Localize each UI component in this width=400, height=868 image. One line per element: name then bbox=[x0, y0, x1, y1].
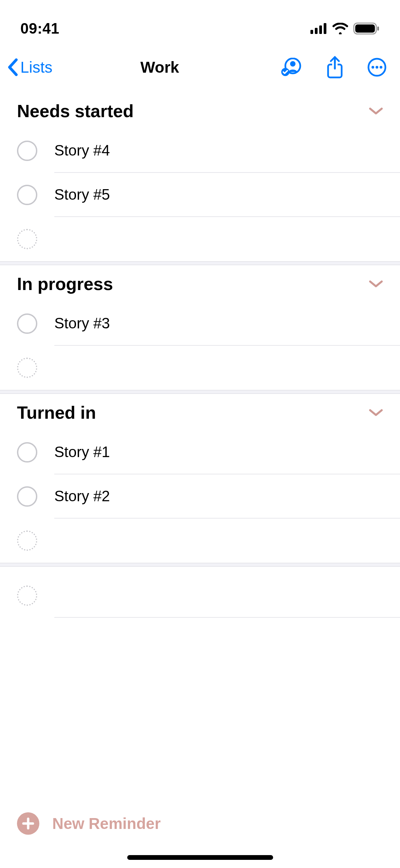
chevron-down-icon bbox=[369, 107, 383, 115]
new-reminder-button[interactable]: New Reminder bbox=[0, 806, 400, 855]
reminder-item[interactable]: Story #1 bbox=[0, 430, 400, 474]
section-turned-in: Turned in Story #1 Story #2 bbox=[0, 394, 400, 563]
completion-circle-ghost bbox=[17, 585, 37, 606]
status-icons bbox=[310, 22, 380, 35]
share-icon[interactable] bbox=[326, 56, 344, 79]
section-header[interactable]: Needs started bbox=[0, 97, 400, 129]
completion-circle-ghost bbox=[17, 229, 37, 249]
status-bar: 09:41 bbox=[0, 0, 400, 44]
svg-point-8 bbox=[290, 61, 296, 67]
reminder-title[interactable]: Story #3 bbox=[54, 302, 400, 346]
new-reminder-placeholder[interactable] bbox=[0, 346, 400, 390]
status-time: 09:41 bbox=[20, 20, 59, 37]
reminder-title[interactable]: Story #1 bbox=[54, 430, 400, 474]
new-reminder-placeholder[interactable] bbox=[0, 519, 400, 563]
reminder-item[interactable]: Story #2 bbox=[0, 474, 400, 519]
reminder-title-empty[interactable] bbox=[54, 519, 400, 563]
section-title: In progress bbox=[17, 274, 113, 294]
nav-actions bbox=[281, 56, 386, 79]
section-divider bbox=[0, 563, 400, 567]
svg-rect-2 bbox=[319, 25, 322, 34]
cellular-icon bbox=[310, 23, 327, 34]
section-divider bbox=[0, 390, 400, 394]
unsectioned-area bbox=[0, 567, 400, 618]
completion-circle[interactable] bbox=[17, 185, 37, 205]
svg-rect-1 bbox=[315, 28, 318, 34]
svg-point-14 bbox=[376, 66, 378, 69]
new-reminder-label: New Reminder bbox=[52, 814, 161, 833]
section-needs-started: Needs started Story #4 Story #5 bbox=[0, 92, 400, 261]
bottom-toolbar: New Reminder bbox=[0, 806, 400, 868]
completion-circle[interactable] bbox=[17, 486, 37, 507]
reminder-item[interactable]: Story #5 bbox=[0, 173, 400, 217]
section-divider bbox=[0, 261, 400, 265]
reminder-item[interactable]: Story #3 bbox=[0, 302, 400, 346]
chevron-down-icon bbox=[369, 408, 383, 417]
completion-circle[interactable] bbox=[17, 313, 37, 334]
reminder-title[interactable]: Story #5 bbox=[54, 173, 400, 217]
collaborate-icon[interactable] bbox=[281, 58, 302, 77]
reminder-title-empty[interactable] bbox=[54, 574, 400, 618]
reminder-title-empty[interactable] bbox=[54, 217, 400, 261]
wifi-icon bbox=[332, 23, 348, 34]
nav-bar: Lists Work bbox=[0, 44, 400, 92]
new-reminder-placeholder[interactable] bbox=[0, 574, 400, 618]
reminder-item[interactable]: Story #4 bbox=[0, 129, 400, 173]
battery-icon bbox=[353, 22, 380, 35]
section-title: Turned in bbox=[17, 402, 96, 423]
svg-point-13 bbox=[372, 66, 374, 69]
completion-circle[interactable] bbox=[17, 141, 37, 161]
plus-circle-icon bbox=[17, 812, 39, 835]
chevron-left-icon bbox=[7, 58, 20, 76]
svg-rect-5 bbox=[355, 24, 375, 33]
reminder-title-empty[interactable] bbox=[54, 346, 400, 390]
home-indicator[interactable] bbox=[127, 855, 273, 860]
completion-circle-ghost bbox=[17, 530, 37, 551]
svg-point-15 bbox=[380, 66, 382, 69]
more-icon[interactable] bbox=[367, 58, 386, 77]
reminder-title[interactable]: Story #4 bbox=[54, 129, 400, 173]
section-header[interactable]: In progress bbox=[0, 270, 400, 302]
page-title: Work bbox=[39, 58, 281, 76]
chevron-down-icon bbox=[369, 279, 383, 288]
section-header[interactable]: Turned in bbox=[0, 399, 400, 430]
new-reminder-placeholder[interactable] bbox=[0, 217, 400, 261]
svg-rect-6 bbox=[377, 26, 379, 31]
section-title: Needs started bbox=[17, 101, 134, 121]
reminder-title[interactable]: Story #2 bbox=[54, 474, 400, 519]
completion-circle-ghost bbox=[17, 358, 37, 378]
svg-rect-0 bbox=[310, 30, 313, 34]
completion-circle[interactable] bbox=[17, 442, 37, 463]
svg-rect-3 bbox=[324, 23, 326, 34]
section-in-progress: In progress Story #3 bbox=[0, 265, 400, 390]
